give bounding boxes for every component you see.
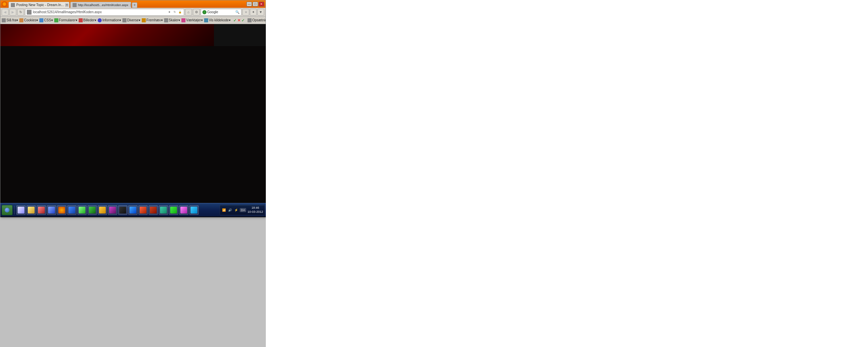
taskbar-globe-icon[interactable] (128, 205, 138, 215)
billeder-icon (79, 18, 83, 22)
home-button[interactable]: ⌂ (185, 9, 192, 16)
language-badge[interactable]: DA (240, 208, 246, 212)
bookmark-opsaetning-label: Opsætning▾ (252, 18, 265, 22)
nav-action-icons: ★ ✦ ▼ (242, 9, 264, 16)
back-button[interactable]: ◀ (2, 9, 8, 16)
address-bar[interactable]: localhost:52614/ImallImages/HtmlKoden.as… (25, 9, 184, 16)
taskbar-green-icon[interactable] (169, 205, 178, 215)
tab2-label: http://localhost5...es/HtmlKoden.aspx (78, 3, 129, 7)
taskbar-word-icon[interactable] (67, 205, 77, 215)
bookmark-vis-kildekode-label: Vis kildekode▾ (209, 18, 231, 22)
search-bar[interactable]: Google 🔍 (201, 9, 241, 16)
taskbar-apps (16, 205, 219, 215)
star-icon[interactable]: ★ (167, 10, 172, 15)
clock-date: 10-03-2012 (248, 210, 263, 214)
taskbar-windows-icon[interactable] (16, 205, 26, 215)
tab-secondary[interactable]: http://localhost5...es/HtmlKoden.aspx ✕ (70, 2, 131, 8)
minimize-button[interactable]: — (246, 2, 252, 6)
tab2-close-button[interactable]: ✕ (130, 3, 131, 7)
right-empty-area (266, 0, 868, 347)
tab-close-button[interactable]: ✕ (65, 3, 68, 7)
formularer-icon (54, 18, 58, 22)
search-input-text: Google (207, 10, 234, 14)
nav-extra-icon[interactable]: ✦ (250, 9, 257, 16)
bookmarks-bar: Slå fra▾ Cookies▾ CSS▾ Formularer▾ Bille… (0, 17, 265, 24)
taskbar-chart-icon[interactable] (98, 205, 107, 215)
information-icon (98, 18, 102, 22)
bookmark-billeder-label: Billeder▾ (83, 18, 96, 22)
taskbar-video-icon[interactable] (149, 205, 158, 215)
diverse-icon (122, 18, 126, 22)
bookmark-css-label: CSS▾ (44, 18, 53, 22)
tray-network-icon: 📶 (221, 208, 226, 212)
taskbar-music-icon[interactable] (138, 205, 148, 215)
taskbar-folder-icon[interactable] (26, 205, 36, 215)
clock-display: 18:46 10-03-2012 (248, 206, 263, 214)
taskbar-paint-icon[interactable] (179, 205, 189, 215)
refresh-icon[interactable]: ↻ (172, 10, 177, 15)
start-button[interactable] (2, 205, 13, 215)
css-icon (39, 18, 43, 22)
nav-extra2-icon[interactable]: ▼ (257, 9, 264, 16)
vaerktojer-icon (181, 18, 185, 22)
taskbar-terminal-icon[interactable] (118, 205, 127, 215)
bookmark-skaler-label: Skaler▾ (169, 18, 180, 22)
bookmark-fremhaev[interactable]: Fremhæv▾ (142, 18, 163, 22)
page-content (0, 24, 266, 217)
bookmark-cookies[interactable]: Cookies▾ (19, 18, 38, 22)
check-green-icon: ✓ (233, 18, 237, 23)
opsaetning-icon (248, 18, 252, 22)
taskbar-ie-icon[interactable] (47, 205, 56, 215)
bookmark-diverse-label: Diverse▾ (127, 18, 140, 22)
new-tab-button[interactable]: + (132, 2, 137, 8)
window-controls: — □ ✕ (246, 2, 264, 6)
vis-kildekode-icon (204, 18, 208, 22)
bookmark-formularer-label: Formularer▾ (59, 18, 77, 22)
bookmark-billeder[interactable]: Billeder▾ (79, 18, 96, 22)
taskbar-image-icon[interactable] (159, 205, 168, 215)
taskbar: 📶 🔊 ⚡ DA 18:46 10-03-2012 (0, 203, 266, 217)
fremhaev-icon (142, 18, 146, 22)
bookmark-formularer[interactable]: Formularer▾ (54, 18, 77, 22)
tab-label: Posting New Topic - Dream.In... (16, 3, 64, 7)
taskbar-vs-icon[interactable] (108, 205, 117, 215)
bookmark-vaerktojer[interactable]: Værktøjer▾ (181, 18, 203, 22)
page-header-block (0, 24, 214, 46)
bookmark-skaler[interactable]: Skaler▾ (164, 18, 180, 22)
bookmark-opsaetning[interactable]: Opsætning▾ (248, 18, 265, 22)
search-submit-button[interactable]: 🔍 (235, 10, 240, 15)
addon-button[interactable]: ⚙ (193, 9, 200, 16)
bookmark-status-icons: ✓ ✕ ✓ (233, 18, 245, 23)
cookies-icon (19, 18, 23, 22)
bookmark-information-label: Information▾ (102, 18, 121, 22)
tab-bar: Posting New Topic - Dream.In... ✕ http:/… (8, 0, 244, 8)
maximize-button[interactable]: □ (253, 2, 258, 6)
taskbar-skype-icon[interactable] (189, 205, 199, 215)
tray-volume-icon: 🔊 (228, 208, 232, 212)
taskbar-system-tray: 📶 🔊 ⚡ DA 18:46 10-03-2012 (220, 205, 265, 215)
tab-active[interactable]: Posting New Topic - Dream.In... ✕ (8, 2, 70, 8)
page-body (0, 46, 266, 217)
taskbar-excel-icon[interactable] (87, 205, 97, 215)
bookmark-information[interactable]: Information▾ (98, 18, 121, 22)
close-button[interactable]: ✕ (259, 2, 264, 6)
taskbar-separator (14, 206, 15, 215)
taskbar-media-icon[interactable] (37, 205, 46, 215)
nav-bar: ◀ ▶ ↻ localhost:52614/ImallImages/HtmlKo… (0, 8, 265, 17)
bookmark-diverse[interactable]: Diverse▾ (122, 18, 140, 22)
x-red-icon: ✕ (237, 18, 241, 23)
ssl-icon: 🔒 (178, 10, 182, 15)
bookmark-vis-kildekode[interactable]: Vis kildekode▾ (204, 18, 231, 22)
search-engine-icon (202, 10, 206, 14)
bookmark-fremhaev-label: Fremhæv▾ (146, 18, 163, 22)
reload-button[interactable]: ↻ (17, 9, 24, 16)
taskbar-firefox-icon[interactable] (57, 205, 66, 215)
bookmark-css[interactable]: CSS▾ (39, 18, 53, 22)
forward-button[interactable]: ▶ (9, 9, 16, 16)
bookmark-sla-fra[interactable]: Slå fra▾ (2, 18, 18, 22)
bookmark-sla-fra-label: Slå fra▾ (6, 18, 18, 22)
taskbar-puzzle-icon[interactable] (77, 205, 87, 215)
tray-power-icon: ⚡ (234, 208, 238, 212)
bookmark-star-icon[interactable]: ★ (242, 9, 249, 16)
start-orb-icon (5, 208, 9, 212)
